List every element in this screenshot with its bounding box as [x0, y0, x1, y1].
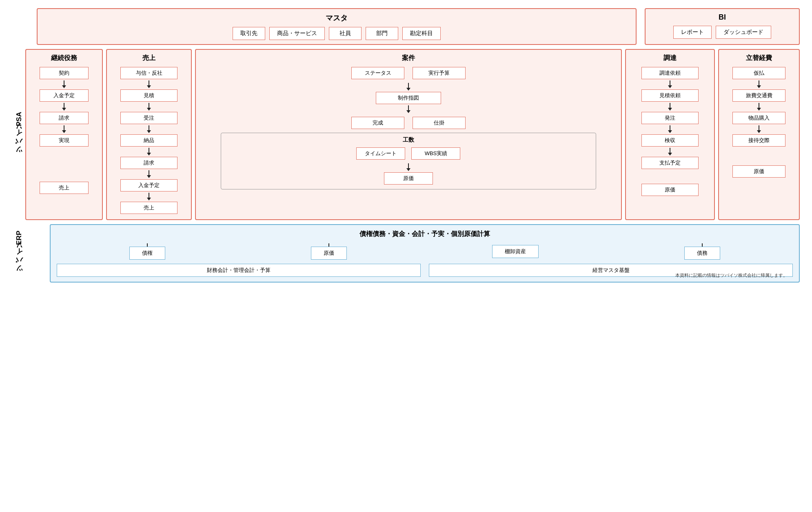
footnote: 本資料に記載の情報はツバイソ株式会社に帰属します。 — [675, 272, 788, 278]
bi-section: BI レポート ダッシュボード — [645, 8, 800, 45]
erp-label: ツバイソERP — [14, 231, 24, 276]
keizoku-item-2: 請求 — [40, 112, 89, 124]
main-sections: 継続役務 契約 入金予定 請求 実現 売上 売上 与信・反社 — [25, 49, 800, 220]
anken-title: 案件 — [402, 54, 415, 62]
tatekae-title: 立替経費 — [746, 54, 772, 62]
anken-kosu-section: 工数 タイムシート WBS実績 原価 — [221, 133, 596, 189]
master-item-3: 部門 — [366, 27, 398, 40]
anken-kansei: 完成 — [351, 117, 404, 129]
kosu-genka: 原価 — [384, 172, 433, 185]
anken-section: 案件 ステータス 実行予算 制作指図 完成 — [195, 49, 622, 220]
master-item-1: 商品・サービス — [269, 27, 325, 40]
master-title: マスタ — [44, 13, 630, 23]
uriage-section: 売上 与信・反社 見積 受注 納品 請求 入金予定 売上 — [106, 49, 192, 220]
tatekae-item-0: 仮払 — [732, 67, 785, 79]
uriage-item-6: 売上 — [120, 202, 177, 214]
chotatsu-item-3: 検収 — [641, 134, 699, 147]
middle-wrapper: ツバイソPSA 継続役務 契約 入金予定 請求 実現 売上 — [12, 49, 800, 220]
master-items-row: 取引先 商品・サービス 社員 部門 勘定科目 — [44, 27, 630, 40]
tatekae-item-2: 物品購入 — [732, 112, 785, 124]
chotatsu-item-5: 原価 — [641, 184, 699, 196]
bi-item-1: ダッシュボード — [716, 26, 771, 39]
keizoku-title: 継続役務 — [51, 54, 77, 62]
chotatsu-item-4: 支払予定 — [641, 157, 699, 169]
keizoku-item-3: 実現 — [40, 134, 89, 147]
erp-title: 債権債務・資金・会計・予実・個別原価計算 — [57, 230, 793, 238]
keizoku-item-4: 売上 — [40, 182, 89, 194]
anken-status: ステータス — [351, 67, 404, 79]
chotatsu-item-2: 発注 — [641, 112, 699, 124]
erp-item-2: 棚卸資産 — [492, 245, 539, 258]
bi-item-0: レポート — [673, 26, 712, 39]
tatekae-item-3: 接待交際 — [732, 134, 785, 147]
master-item-4: 勘定科目 — [402, 27, 441, 40]
anken-budget: 実行予算 — [413, 67, 466, 79]
bi-items-row: レポート ダッシュボード — [652, 26, 793, 39]
kosu-title: 工数 — [403, 136, 414, 144]
anken-mid-row: 完成 仕掛 — [351, 116, 466, 130]
master-item-0: 取引先 — [233, 27, 265, 40]
uriage-item-1: 見積 — [120, 89, 177, 102]
uriage-item-5: 入金予定 — [120, 179, 177, 191]
tatekae-item-1: 旅費交通費 — [732, 89, 785, 102]
master-item-2: 社員 — [329, 27, 362, 40]
top-row: マスタ 取引先 商品・サービス 社員 部門 勘定科目 BI レポート ダッシュボ… — [37, 8, 800, 45]
keizoku-item-1: 入金予定 — [40, 89, 89, 102]
keizoku-section: 継続役務 契約 入金予定 請求 実現 売上 — [25, 49, 103, 220]
page-container: マスタ 取引先 商品・サービス 社員 部門 勘定科目 BI レポート ダッシュボ… — [12, 8, 800, 283]
erp-item-0: 債権 — [129, 247, 165, 260]
erp-item-1: 原価 — [311, 247, 347, 260]
psa-label: ツバイソPSA — [12, 49, 25, 220]
tatekae-item-4: 原価 — [732, 165, 785, 178]
uriage-item-0: 与信・反社 — [120, 67, 177, 79]
anken-seisaku: 制作指図 — [376, 92, 441, 104]
anken-top-row: ステータス 実行予算 — [351, 66, 466, 80]
tatekae-section: 立替経費 仮払 旅費交通費 物品購入 接待交際 原価 — [718, 49, 800, 220]
keizoku-items: 契約 入金予定 請求 実現 売上 — [30, 66, 98, 195]
kosu-timesheet: タイムシート — [356, 147, 405, 160]
erp-bottom-0: 財務会計・管理会計・予算 — [57, 264, 421, 277]
uriage-title: 売上 — [142, 54, 155, 62]
uriage-item-2: 受注 — [120, 112, 177, 124]
chotatsu-item-1: 見積依頼 — [641, 89, 699, 102]
keizoku-item-0: 契約 — [40, 67, 89, 79]
chotatsu-section: 調達 調達依頼 見積依頼 発注 検収 支払予定 原価 — [625, 49, 715, 220]
uriage-item-3: 納品 — [120, 134, 177, 147]
anken-shikake: 仕掛 — [413, 117, 466, 129]
chotatsu-title: 調達 — [663, 54, 677, 62]
kosu-wbs: WBS実績 — [411, 147, 460, 160]
uriage-item-4: 請求 — [120, 157, 177, 169]
bi-title: BI — [652, 13, 793, 22]
chotatsu-item-0: 調達依頼 — [641, 67, 699, 79]
anken-inner: ステータス 実行予算 制作指図 完成 仕掛 — [200, 66, 617, 189]
erp-items-row: 債権 原価 棚卸資産 債務 — [57, 243, 793, 260]
erp-item-3: 債務 — [684, 247, 720, 260]
master-section: マスタ 取引先 商品・サービス 社員 部門 勘定科目 — [37, 8, 637, 45]
